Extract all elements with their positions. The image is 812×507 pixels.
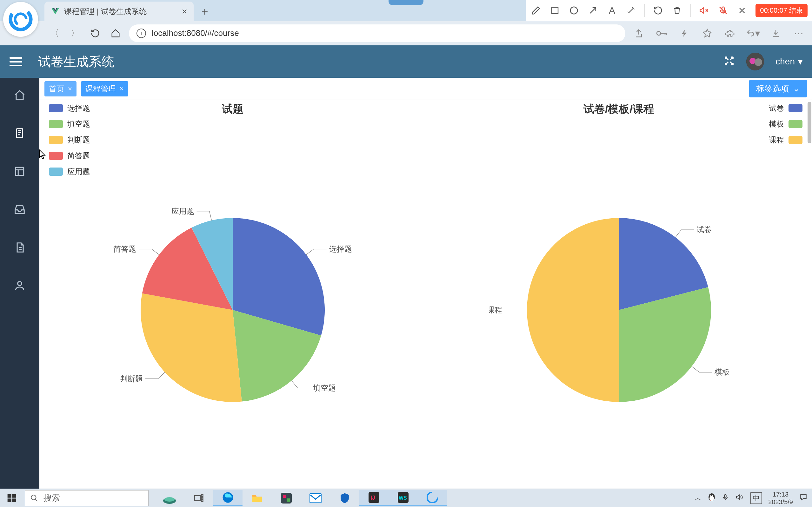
pie-chart: 试卷模板课程: [489, 199, 749, 421]
sidebar-item-course[interactable]: [12, 125, 28, 141]
sidebar-item-template[interactable]: [12, 163, 28, 179]
tray-notifications-icon[interactable]: [799, 493, 808, 503]
lightning-icon[interactable]: [678, 26, 691, 40]
undo-icon[interactable]: [652, 5, 664, 16]
legend-label: 模板: [769, 119, 784, 129]
taskbar-app-shield[interactable]: [330, 490, 359, 506]
svg-rect-22: [201, 500, 203, 501]
magic-icon[interactable]: [625, 5, 637, 16]
mute-speaker-icon[interactable]: [698, 5, 710, 16]
pie-slice[interactable]: [141, 293, 242, 402]
home-button[interactable]: [109, 26, 122, 40]
slice-label: 判断题: [120, 374, 143, 383]
tab-label: 课程管理: [86, 84, 116, 94]
user-menu[interactable]: chen ▾: [775, 56, 803, 67]
slice-label: 简答题: [113, 244, 136, 253]
legend-item[interactable]: 应用题: [49, 167, 90, 177]
pie-chart: 选择题填空题判断题简答题应用题: [103, 199, 363, 421]
taskbar-app-intellij[interactable]: IJ: [359, 490, 388, 506]
bookmark-star-icon[interactable]: [700, 26, 714, 40]
legend-item[interactable]: 判断题: [49, 135, 90, 145]
sidebar-item-document[interactable]: [12, 239, 28, 256]
svg-rect-26: [283, 495, 286, 498]
tray-volume-icon[interactable]: [735, 493, 744, 503]
taskbar-app-explorer[interactable]: [242, 490, 272, 506]
system-tray: ︿ 中 17:13 2023/5/9: [695, 491, 812, 506]
taskbar-app-taskview[interactable]: [184, 490, 213, 506]
circle-icon[interactable]: [568, 5, 580, 16]
svg-rect-25: [281, 493, 292, 504]
download-icon[interactable]: [769, 26, 783, 40]
trash-icon[interactable]: [671, 5, 683, 16]
back-button[interactable]: 〈: [48, 26, 62, 40]
chevron-down-icon: ▾: [798, 56, 803, 67]
key-icon[interactable]: [655, 26, 668, 40]
app-header: 试卷生成系统 chen ▾: [0, 45, 812, 78]
legend-item[interactable]: 试卷: [769, 103, 803, 113]
tray-clock[interactable]: 17:13 2023/5/9: [768, 491, 793, 506]
pencil-icon[interactable]: [530, 5, 542, 16]
legend-swatch: [789, 104, 803, 112]
text-icon[interactable]: [606, 5, 618, 16]
pie-slice[interactable]: [527, 218, 619, 402]
url-input[interactable]: i localhost:8080/#/course: [129, 24, 625, 42]
fullscreen-icon: [723, 55, 735, 67]
legend-item[interactable]: 简答题: [49, 151, 90, 161]
extensions-icon[interactable]: [723, 26, 737, 40]
svg-point-8: [755, 58, 762, 66]
record-timer-button[interactable]: 00:00:07 结束: [756, 4, 808, 17]
history-dropdown-icon[interactable]: ▾: [746, 26, 760, 40]
sidebar-item-inbox[interactable]: [12, 202, 28, 217]
tab-close-icon[interactable]: ×: [120, 85, 124, 93]
legend-swatch: [789, 136, 803, 144]
browser-logo[interactable]: [3, 2, 38, 37]
legend-item[interactable]: 填空题: [49, 119, 90, 129]
taskbar-app-edge[interactable]: [213, 490, 242, 506]
start-button[interactable]: [0, 489, 23, 507]
square-icon[interactable]: [549, 5, 560, 16]
mute-mic-icon[interactable]: [717, 5, 729, 16]
svg-point-3: [571, 7, 578, 14]
close-recorder-icon[interactable]: [737, 5, 748, 16]
tab-home[interactable]: 首页 ×: [45, 81, 76, 97]
tab-close-icon[interactable]: ×: [181, 6, 187, 17]
slice-label: 试卷: [696, 225, 712, 234]
window-drag-handle[interactable]: [388, 0, 424, 5]
legend-swatch: [49, 152, 63, 160]
new-tab-button[interactable]: ＋: [197, 3, 213, 19]
sidebar-toggle-button[interactable]: [9, 55, 22, 68]
tray-mic-icon[interactable]: [722, 493, 729, 504]
legend-item[interactable]: 模板: [769, 119, 803, 129]
legend-item[interactable]: 选择题: [49, 103, 90, 113]
tray-ime-label[interactable]: 中: [750, 492, 762, 504]
browser-tab[interactable]: 课程管理 | 试卷生成系统 ×: [45, 2, 194, 21]
reload-button[interactable]: [88, 26, 102, 40]
tray-qq-icon[interactable]: [708, 493, 715, 504]
taskbar-app-browser2[interactable]: [418, 490, 447, 506]
tray-chevron-icon[interactable]: ︿: [695, 493, 702, 503]
legend-swatch: [49, 120, 63, 128]
forward-button[interactable]: 〉: [68, 26, 82, 40]
sidebar-item-home[interactable]: [12, 87, 28, 103]
taskbar-app-webstorm[interactable]: WS: [388, 490, 418, 506]
legend-label: 判断题: [67, 135, 90, 145]
taskbar-app-cortana[interactable]: [155, 490, 184, 506]
legend-item[interactable]: 课程: [769, 135, 803, 145]
tab-options-button[interactable]: 标签选项 ⌄: [749, 80, 807, 97]
svg-rect-13: [12, 494, 16, 498]
site-info-icon[interactable]: i: [137, 29, 146, 38]
fullscreen-button[interactable]: [723, 55, 735, 68]
share-icon[interactable]: [632, 26, 646, 40]
tab-close-icon[interactable]: ×: [68, 85, 72, 93]
tab-label: 首页: [49, 84, 64, 94]
taskbar-app-generic1[interactable]: [272, 490, 301, 506]
more-menu-icon[interactable]: ⋯: [792, 26, 806, 40]
taskbar-app-mail[interactable]: [301, 490, 330, 506]
arrow-icon[interactable]: [587, 5, 599, 16]
svg-point-18: [164, 497, 175, 502]
svg-rect-38: [724, 494, 726, 498]
user-avatar[interactable]: [746, 53, 764, 70]
taskbar-search[interactable]: 搜索: [25, 490, 149, 506]
sidebar-item-user[interactable]: [12, 278, 28, 293]
tab-course-management[interactable]: 课程管理 ×: [81, 81, 128, 97]
